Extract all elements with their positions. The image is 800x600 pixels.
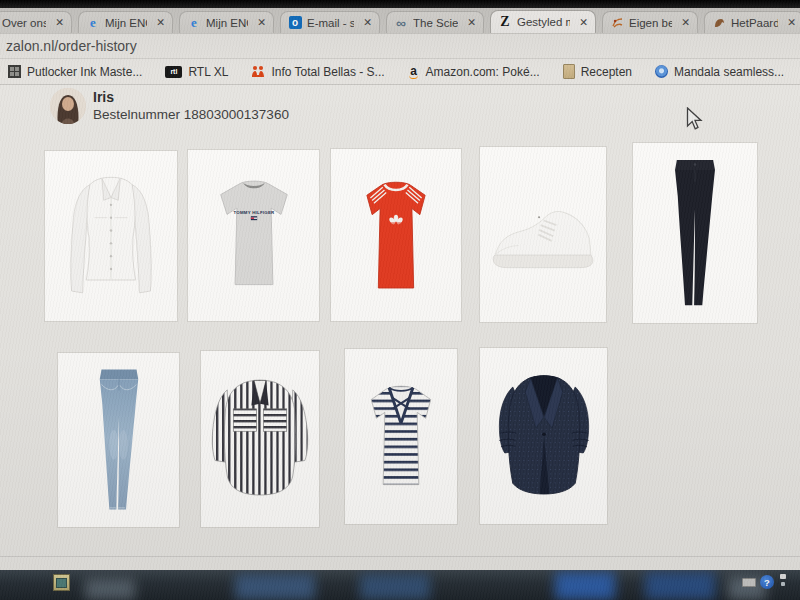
mini-icon[interactable] xyxy=(780,574,786,579)
bookmark-amazon[interactable]: a Amazon.com: Poké... xyxy=(408,65,540,79)
window-bottom-edge xyxy=(0,556,800,557)
address-bar[interactable]: zalon.nl/order-history xyxy=(0,34,800,59)
user-name: Iris xyxy=(93,89,114,105)
tab-close-icon[interactable]: ✕ xyxy=(463,16,480,29)
internet-explorer-icon: e xyxy=(86,16,100,30)
desktop-reflection xyxy=(360,574,430,600)
product-card-white-blouse[interactable] xyxy=(44,150,178,322)
infinity-icon: ∞ xyxy=(394,16,408,30)
bookmark-recepten[interactable]: Recepten xyxy=(563,64,632,79)
bookmark-label: Mandala seamless... xyxy=(674,65,784,79)
product-card-black-trousers[interactable] xyxy=(632,142,758,324)
tab-the-science[interactable]: ∞ The Science ✕ xyxy=(386,11,484,33)
amazon-icon: a xyxy=(408,65,420,79)
user-avatar xyxy=(50,88,86,124)
grey-tommy-tshirt-image: TOMMY HILFIGER xyxy=(200,162,308,310)
bookmark-putlocker[interactable]: Putlocker Ink Maste... xyxy=(8,65,142,79)
monitor-bezel-top xyxy=(0,0,800,8)
white-sneaker-image xyxy=(484,193,602,277)
bookmarks-bar: Putlocker Ink Maste... rtl RTL XL Info T… xyxy=(0,59,800,85)
bookmark-info-total-bellas[interactable]: Info Total Bellas - S... xyxy=(251,65,384,79)
filmstrip-icon xyxy=(8,65,21,78)
sketch-icon xyxy=(610,16,624,30)
desktop-reflection xyxy=(235,574,315,600)
product-card-red-adidas-tshirt[interactable] xyxy=(330,148,462,322)
tab-email[interactable]: o E-mail - san ✕ xyxy=(280,11,380,33)
tab-close-icon[interactable]: ✕ xyxy=(253,16,270,29)
tab-mijn-engie-2[interactable]: e Mijn ENGIE ✕ xyxy=(179,11,274,33)
tab-close-icon[interactable]: ✕ xyxy=(575,16,592,29)
bookmark-rtl-xl[interactable]: rtl RTL XL xyxy=(165,65,228,79)
tab-close-icon[interactable]: ✕ xyxy=(677,16,694,29)
outlook-icon: o xyxy=(289,16,302,29)
product-card-navy-blazer[interactable] xyxy=(479,347,608,525)
tab-label: E-mail - san xyxy=(307,17,354,29)
tab-label: Over ons – xyxy=(2,17,46,29)
tab-mijn-engie-1[interactable]: e Mijn ENGIE ✕ xyxy=(78,11,173,33)
red-figures-icon xyxy=(251,65,265,78)
white-blouse-image xyxy=(56,161,166,311)
mouse-cursor xyxy=(686,107,703,135)
mini-icon-2[interactable] xyxy=(781,582,785,586)
desktop-reflection xyxy=(645,572,715,600)
tab-hetpaarden[interactable]: HetPaarden ✕ xyxy=(704,11,800,33)
bookmark-label: Recepten xyxy=(581,65,632,79)
tab-over-ons[interactable]: Over ons – ✕ xyxy=(0,11,72,33)
svg-text:TOMMY HILFIGER: TOMMY HILFIGER xyxy=(233,209,275,214)
bookmark-label: RTL XL xyxy=(188,65,228,79)
tab-close-icon[interactable]: ✕ xyxy=(783,16,800,29)
notebook-icon xyxy=(563,64,575,79)
product-card-white-sneaker[interactable] xyxy=(479,146,607,323)
folder-inner xyxy=(56,578,67,588)
desktop-band: ? xyxy=(0,570,800,600)
internet-explorer-icon: e xyxy=(187,16,201,30)
bookmark-label: Info Total Bellas - S... xyxy=(271,65,384,79)
tab-label: Mijn ENGIE xyxy=(105,17,147,29)
tab-close-icon[interactable]: ✕ xyxy=(51,16,68,29)
screen: Over ons – ✕ e Mijn ENGIE ✕ e Mijn ENGIE… xyxy=(0,0,800,600)
product-card-striped-vneck-tshirt[interactable] xyxy=(344,348,458,525)
product-card-blue-jeans[interactable] xyxy=(57,352,180,528)
desktop-reflection xyxy=(555,572,615,600)
striped-vneck-tshirt-image xyxy=(350,366,452,508)
help-icon[interactable]: ? xyxy=(760,575,774,589)
bookmark-mandala[interactable]: Mandala seamless... xyxy=(655,65,784,79)
red-adidas-tshirt-image xyxy=(343,160,449,310)
rtl-icon: rtl xyxy=(165,66,182,78)
desktop-folder-icon[interactable] xyxy=(53,574,70,591)
bookmark-label: Putlocker Ink Maste... xyxy=(27,65,142,79)
striped-blouse-image xyxy=(204,359,316,519)
tab-label: The Science xyxy=(413,17,458,29)
browser-tab-bar: Over ons – ✕ e Mijn ENGIE ✕ e Mijn ENGIE… xyxy=(0,8,800,34)
tab-close-icon[interactable]: ✕ xyxy=(152,16,169,29)
order-history-page: Iris Bestelnummer 18803000137360 xyxy=(0,85,800,570)
tray-icon[interactable] xyxy=(742,578,756,587)
zalon-z-icon: Z xyxy=(498,15,512,29)
product-card-striped-blouse[interactable] xyxy=(200,350,320,528)
url-text: zalon.nl/order-history xyxy=(0,38,137,54)
tab-gestyled-me-active[interactable]: Z Gestyled me ✕ xyxy=(490,10,596,33)
desktop-reflection xyxy=(85,578,135,600)
navy-blazer-image xyxy=(486,356,602,516)
black-trousers-image xyxy=(651,149,739,317)
horse-icon xyxy=(712,16,726,30)
tab-eigen-berichten[interactable]: Eigen berich ✕ xyxy=(602,11,698,33)
blue-jeans-image xyxy=(76,359,162,521)
tab-label: HetPaarden xyxy=(731,17,778,29)
tab-label: Gestyled me xyxy=(517,16,570,28)
product-card-grey-tommy-tshirt[interactable]: TOMMY HILFIGER xyxy=(187,149,320,322)
order-number-label: Bestelnummer 18803000137360 xyxy=(93,107,289,122)
tab-close-icon[interactable]: ✕ xyxy=(359,16,376,29)
mandala-icon xyxy=(655,65,668,78)
tab-label: Eigen berich xyxy=(629,17,672,29)
bookmark-label: Amazon.com: Poké... xyxy=(426,65,540,79)
tab-label: Mijn ENGIE xyxy=(206,17,248,29)
